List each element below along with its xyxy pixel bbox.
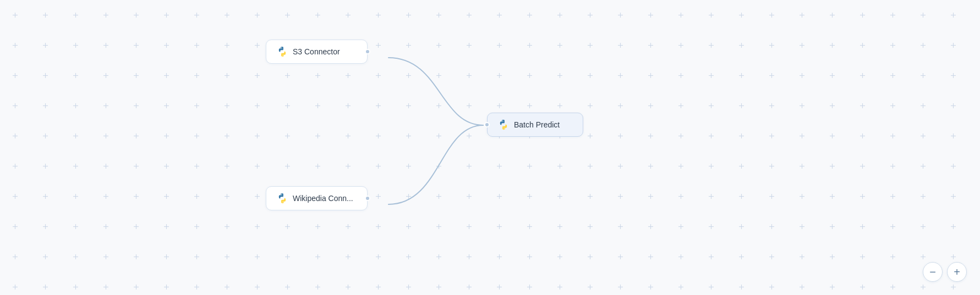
zoom-in-button[interactable]: +	[947, 262, 967, 282]
python-icon	[276, 192, 288, 204]
s3-connector-label: S3 Connector	[293, 47, 340, 56]
zoom-out-button[interactable]: −	[923, 262, 943, 282]
zoom-controls: − +	[923, 262, 967, 282]
minus-icon: −	[929, 266, 936, 279]
wikipedia-connector-output-port[interactable]	[365, 196, 370, 201]
batch-predict-node[interactable]: Batch Predict	[487, 113, 583, 137]
wikipedia-connector-node[interactable]: Wikipedia Conn...	[266, 186, 368, 210]
s3-connector-output-port[interactable]	[365, 49, 370, 54]
svg-rect-2	[0, 0, 980, 295]
wikipedia-connector-label: Wikipedia Conn...	[293, 194, 353, 203]
plus-icon: +	[954, 266, 960, 279]
batch-predict-input-port[interactable]	[484, 122, 490, 127]
python-icon	[497, 119, 510, 131]
python-icon	[276, 46, 288, 58]
batch-predict-label: Batch Predict	[514, 120, 560, 129]
s3-connector-node[interactable]: S3 Connector	[266, 40, 368, 64]
